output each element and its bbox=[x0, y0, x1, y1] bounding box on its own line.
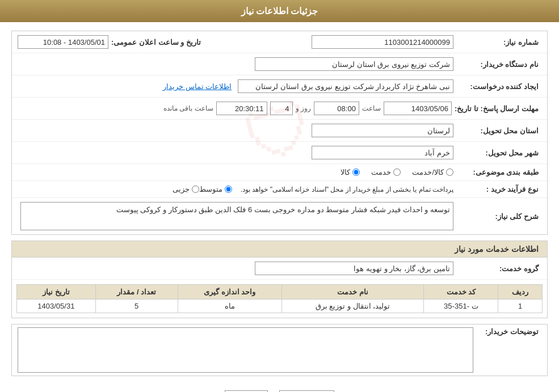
cell-name: تولید، انتقال و توزیع برق bbox=[281, 300, 424, 313]
process-options: پرداخت تمام یا بخشی از مبلغ خریدار از مح… bbox=[18, 184, 456, 195]
cell-row: 1 bbox=[498, 300, 543, 313]
city-row: شهر محل تحویل: خرم آباد bbox=[12, 142, 547, 164]
col-quantity: تعداد / مقدار bbox=[95, 285, 178, 300]
process-option-motavasset[interactable]: متوسط bbox=[199, 185, 232, 193]
deadline-time: 08:00 bbox=[314, 102, 359, 115]
announce-label: تاریخ و ساعت اعلان عمومی: bbox=[111, 38, 204, 47]
buyer-desc-row: توضیحات خریدار: bbox=[12, 324, 547, 376]
process-radio-motavasset[interactable] bbox=[225, 186, 232, 193]
deadline-row: مهلت ارسال پاسخ: تا تاریخ: 1403/05/06 سا… bbox=[12, 98, 547, 120]
announce-value: 1403/05/01 - 10:08 bbox=[18, 35, 108, 49]
service-group-value-container: تامین برق، گاز، بخار و تهویه هوا bbox=[18, 260, 456, 276]
need-number-value: 1103001214000099 bbox=[312, 35, 453, 49]
table-head: ردیف کد خدمت نام خدمت واحد اندازه گیری ت… bbox=[17, 285, 543, 300]
city-label: شهر محل تحویل: bbox=[456, 149, 541, 157]
buyer-desc-section: توضیحات خریدار: bbox=[11, 324, 548, 376]
service-group-value: تامین برق، گاز، بخار و تهویه هوا bbox=[255, 262, 453, 275]
process-row: نوع فرآیند خرید : پرداخت تمام یا بخشی از… bbox=[12, 181, 547, 198]
service-table: ردیف کد خدمت نام خدمت واحد اندازه گیری ت… bbox=[16, 284, 543, 313]
category-radio-kala[interactable] bbox=[352, 168, 360, 176]
cell-date: 1403/05/31 bbox=[17, 300, 96, 313]
category-radio-kala-khedmat[interactable] bbox=[446, 168, 453, 176]
service-table-container: ردیف کد خدمت نام خدمت واحد اندازه گیری ت… bbox=[12, 280, 547, 318]
page-container: جزئیات اطلاعات نیاز 🛡 شماره نیاز: 110300… bbox=[0, 0, 559, 392]
page-header: جزئیات اطلاعات نیاز bbox=[0, 0, 559, 22]
buyer-desc-label: توضیحات خریدار: bbox=[473, 327, 541, 336]
cell-quantity: 5 bbox=[95, 300, 178, 313]
cell-code: ت -351-35 bbox=[424, 300, 498, 313]
process-note: پرداخت تمام یا بخشی از مبلغ خریدار از مح… bbox=[241, 186, 453, 193]
buyer-station-label: نام دستگاه خریدار: bbox=[456, 60, 541, 69]
creator-label: ایجاد کننده درخواست: bbox=[456, 82, 541, 91]
category-option-kala[interactable]: کالا bbox=[341, 168, 360, 176]
need-number-value-container: 1103001214000099 bbox=[215, 34, 456, 50]
process-label-jozyi: جزیی bbox=[173, 185, 190, 193]
category-option-khedmat[interactable]: خدمت bbox=[371, 168, 401, 176]
col-date: تاریخ نیاز bbox=[17, 285, 96, 300]
category-label-kala-khedmat: کالا/خدمت bbox=[412, 168, 444, 176]
col-unit: واحد اندازه گیری bbox=[178, 285, 281, 300]
province-label: استان محل تحویل: bbox=[456, 127, 541, 135]
city-value: خرم آباد bbox=[312, 146, 453, 159]
city-value-container: خرم آباد bbox=[18, 145, 456, 161]
deadline-label: مهلت ارسال پاسخ: تا تاریخ: bbox=[455, 104, 541, 113]
service-group-row: گروه خدمت: تامین برق، گاز، بخار و تهویه … bbox=[12, 258, 547, 280]
announce-container: تاریخ و ساعت اعلان عمومی: 1403/05/01 - 1… bbox=[18, 35, 204, 49]
category-option-kala-khedmat[interactable]: کالا/خدمت bbox=[412, 168, 453, 176]
buyer-desc-textarea[interactable] bbox=[18, 327, 473, 373]
need-desc-label: شرح کلی نیاز: bbox=[456, 212, 541, 221]
province-value-container: لرستان bbox=[18, 123, 456, 138]
creator-row: ایجاد کننده درخواست: نبی شاهرخ نژاد کارب… bbox=[12, 75, 547, 98]
footer-buttons: بازگشت چاپ bbox=[11, 382, 548, 392]
process-option-jozyi[interactable]: جزیی bbox=[173, 185, 199, 193]
deadline-remaining-label: ساعت باقی مانده bbox=[163, 104, 213, 112]
category-label-khedmat: خدمت bbox=[371, 168, 391, 176]
service-info-section: اطلاعات خدمات مورد نیاز گروه خدمت: تامین… bbox=[11, 241, 548, 318]
col-name: نام خدمت bbox=[281, 285, 424, 300]
service-info-title: اطلاعات خدمات مورد نیاز bbox=[12, 241, 547, 258]
table-row: 1ت -351-35تولید، انتقال و توزیع برقماه51… bbox=[17, 300, 543, 313]
buyer-station-value: شرکت توزیع نیروی برق استان لرستان bbox=[255, 57, 453, 71]
process-label-motavasset: متوسط bbox=[199, 185, 222, 193]
process-label: نوع فرآیند خرید : bbox=[456, 185, 541, 193]
province-row: استان محل تحویل: لرستان bbox=[12, 120, 547, 142]
deadline-date: 1403/05/06 bbox=[384, 102, 452, 115]
col-code: کد خدمت bbox=[424, 285, 498, 300]
category-label-kala: کالا bbox=[341, 168, 350, 176]
deadline-time-label: ساعت bbox=[362, 104, 381, 112]
category-options: کالا/خدمت خدمت کالا bbox=[18, 167, 456, 178]
col-row-num: ردیف bbox=[498, 285, 543, 300]
page-title: جزئیات اطلاعات نیاز bbox=[241, 6, 318, 16]
province-value: لرستان bbox=[312, 124, 453, 137]
creator-value: نبی شاهرخ نژاد کاربردار شرکت توزیع نیروی… bbox=[238, 79, 453, 93]
need-number-label: شماره نیاز: bbox=[456, 38, 541, 47]
deadline-value-container: 1403/05/06 ساعت 08:00 روز و 4 20:30:11 س… bbox=[18, 100, 455, 116]
need-desc-row: شرح کلی نیاز: توسعه و احداث فیدر شبکه فش… bbox=[12, 198, 547, 234]
deadline-remaining: 20:30:11 bbox=[216, 102, 267, 115]
category-radio-khedmat[interactable] bbox=[393, 168, 401, 176]
content-area: 🛡 شماره نیاز: 1103001214000099 تاریخ و س… bbox=[0, 22, 559, 392]
process-radio-jozyi[interactable] bbox=[192, 186, 199, 193]
need-desc-value-container: توسعه و احداث فیدر شبکه فشار متوسط دو مد… bbox=[18, 201, 456, 231]
need-number-row: شماره نیاز: 1103001214000099 تاریخ و ساع… bbox=[12, 31, 547, 53]
table-header-row: ردیف کد خدمت نام خدمت واحد اندازه گیری ت… bbox=[17, 285, 543, 300]
table-body: 1ت -351-35تولید، انتقال و توزیع برقماه51… bbox=[17, 300, 543, 313]
buyer-station-value-container: شرکت توزیع نیروی برق استان لرستان bbox=[18, 56, 456, 72]
category-row: طبقه بندی موضوعی: کالا/خدمت خدمت کالا bbox=[12, 164, 547, 181]
creator-link[interactable]: اطلاعات تماس خریدار bbox=[163, 82, 232, 91]
category-label: طبقه بندی موضوعی: bbox=[456, 168, 541, 176]
service-group-label: گروه خدمت: bbox=[456, 264, 541, 273]
cell-unit: ماه bbox=[178, 300, 281, 313]
buyer-station-row: نام دستگاه خریدار: شرکت توزیع نیروی برق … bbox=[12, 53, 547, 75]
deadline-days: 4 bbox=[270, 102, 293, 115]
need-desc-value: توسعه و احداث فیدر شبکه فشار متوسط دو مد… bbox=[20, 202, 453, 230]
deadline-days-label: روز و bbox=[296, 104, 311, 112]
creator-value-container: نبی شاهرخ نژاد کاربردار شرکت توزیع نیروی… bbox=[18, 78, 456, 94]
main-form: 🛡 شماره نیاز: 1103001214000099 تاریخ و س… bbox=[11, 31, 548, 235]
